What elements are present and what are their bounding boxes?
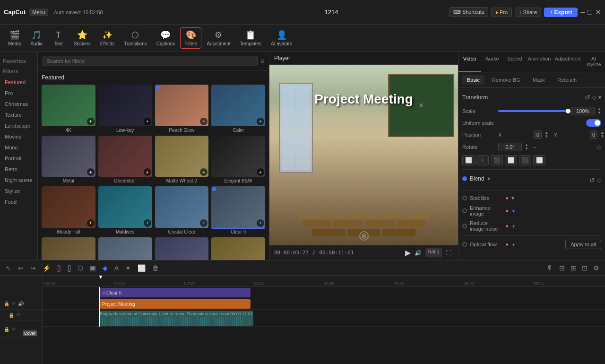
tab-speed[interactable]: Speed <box>503 52 526 72</box>
export-button[interactable]: ↑ Export <box>544 8 578 17</box>
filter-item-maldives[interactable]: +Maldives <box>98 186 152 234</box>
tl-trim-right-button[interactable]: |] <box>66 263 73 273</box>
align-bottom-button[interactable]: ⬜ <box>533 155 545 165</box>
filter-add-december[interactable]: + <box>144 168 151 176</box>
filter-add-calm[interactable]: + <box>257 118 264 125</box>
filter-track-audio[interactable]: 🔊 <box>18 301 24 306</box>
tl-transform-button[interactable]: ⬜ <box>136 263 147 273</box>
transform-reset-button[interactable]: ↺ <box>585 94 590 101</box>
tl-delete-button[interactable]: 🗑 <box>150 263 161 273</box>
tab-audio[interactable]: Audio <box>481 52 504 72</box>
text-track-eye[interactable]: 👁 <box>16 312 21 318</box>
share-button[interactable]: ↑ Share <box>515 8 541 17</box>
video-track-eye[interactable]: 👁 <box>11 327 16 332</box>
text-track-lock[interactable]: 🔒 <box>9 312 14 318</box>
video-clip[interactable]: Empty classroom at University. Lecture r… <box>99 311 253 326</box>
filter-add-elegant[interactable]: + <box>257 168 264 176</box>
filter-clip[interactable]: ☆ Clear II <box>99 288 251 297</box>
tl-fit-button[interactable]: ⊡ <box>580 263 589 273</box>
sidebar-item-mono[interactable]: Mono <box>2 142 35 153</box>
pro-button[interactable]: ♦ Pro <box>491 8 512 17</box>
filter-add-moody[interactable]: + <box>87 219 95 227</box>
stabilize-checkbox[interactable] <box>462 196 467 200</box>
sub-tab-basic[interactable]: Basic <box>462 75 484 85</box>
sidebar-item-texture[interactable]: Texture <box>2 110 35 120</box>
sidebar-item-retro[interactable]: Retro <box>2 164 35 174</box>
stabilize-expand-button[interactable]: ▾ <box>511 195 514 201</box>
filter-item-elegant[interactable]: +Elegant B&W <box>211 136 265 184</box>
sidebar-item-portrait[interactable]: Portrait <box>2 153 35 164</box>
tab-video[interactable]: Video <box>458 52 481 72</box>
enhance-checkbox[interactable] <box>462 208 467 213</box>
toolbar-item-captions[interactable]: 💬Captions <box>152 27 179 49</box>
filter-add-matte_wheat[interactable]: + <box>200 168 207 176</box>
filter-item-metal[interactable]: +Metal <box>42 136 95 184</box>
filter-item-december[interactable]: +December <box>98 136 152 184</box>
tl-zoom-out-button[interactable]: ⊟ <box>557 263 567 273</box>
filter-item-crystal[interactable]: +Crystal Clear <box>155 186 209 234</box>
tl-undo-button[interactable]: ↩ <box>16 263 26 273</box>
sidebar-item-food[interactable]: Food <box>2 197 35 207</box>
toolbar-item-transitions[interactable]: ⬡Transitions <box>120 27 151 49</box>
align-center-v-button[interactable]: ⬛ <box>519 155 531 165</box>
tl-zoom-in-button[interactable]: ⊞ <box>569 263 578 273</box>
filter-item-blur[interactable]: +Blur <box>155 237 209 260</box>
tab-animation[interactable]: Animation <box>526 52 553 72</box>
video-track-more[interactable]: ⋯ <box>18 327 23 332</box>
filter-item-moody[interactable]: +Moody Fall <box>42 186 95 234</box>
toolbar-item-stickers[interactable]: ⭐Stickers <box>69 27 95 49</box>
filter-add-maldives[interactable]: + <box>144 219 151 227</box>
rotate-input[interactable]: 0.0° <box>498 143 522 151</box>
video-track-lock[interactable]: 🔒 <box>4 327 9 332</box>
scale-slider[interactable] <box>498 110 568 112</box>
optical-flow-checkbox[interactable] <box>462 242 467 247</box>
sidebar-item-landscape[interactable]: Landscape <box>2 121 35 131</box>
rotate-keyframe-button[interactable]: ◇ <box>597 144 601 150</box>
tl-keyframe-button[interactable]: ◆ <box>101 263 110 273</box>
text-clip[interactable]: Project Meeting <box>99 299 251 309</box>
sidebar-item-pro[interactable]: Pro <box>2 88 35 98</box>
sub-tab-remove-bg[interactable]: Remove BG <box>487 75 525 85</box>
tl-effect-button[interactable]: ✦ <box>123 263 133 273</box>
tl-redo-button[interactable]: ↪ <box>28 263 38 273</box>
filter-item-crisp[interactable]: +Crisp Air <box>98 237 152 260</box>
filter-add-lowkey[interactable]: + <box>144 118 151 125</box>
sidebar-item-night_scene[interactable]: Night scene <box>2 175 35 185</box>
reduce-noise-checkbox[interactable] <box>462 224 467 228</box>
filter-item-clear2[interactable]: +Clear II <box>211 186 265 234</box>
toolbar-item-media[interactable]: 🎬Media <box>4 27 25 49</box>
align-center-h-button[interactable]: + <box>476 155 489 165</box>
y-input[interactable]: 0 <box>590 130 597 139</box>
tl-crop-button[interactable]: ⬡ <box>76 263 85 273</box>
tl-group-button[interactable]: ▣ <box>88 263 98 273</box>
toolbar-item-templates[interactable]: 📋Templates <box>235 27 266 49</box>
tl-settings-button[interactable]: ⚙ <box>591 263 601 273</box>
tl-trim-left-button[interactable]: [| <box>55 263 63 273</box>
tl-text-button[interactable]: A <box>112 263 121 273</box>
sub-tab-mask[interactable]: Mask <box>528 75 550 85</box>
filter-item-lowkey[interactable]: +Low-key <box>98 85 152 133</box>
fullscreen-button[interactable]: ⛶ <box>444 248 453 257</box>
play-button[interactable]: ▶ <box>405 248 411 257</box>
scale-value[interactable]: 100% <box>571 107 595 115</box>
toolbar-item-audio[interactable]: 🎵Audio <box>26 27 47 49</box>
filter-add-clear2[interactable]: + <box>257 219 264 227</box>
filter-add-crystal[interactable]: + <box>200 219 207 227</box>
sidebar-item-movies[interactable]: Movies <box>2 131 35 142</box>
filter-add-peach_glow[interactable]: + <box>200 118 207 125</box>
toolbar-item-filters[interactable]: 🎨Filters <box>180 27 201 49</box>
blend-expand-button[interactable]: ▾ <box>487 175 490 182</box>
filter-add-4k[interactable]: + <box>87 118 95 125</box>
filter-item-4k[interactable]: +4K <box>42 85 95 133</box>
rotate-down-button[interactable]: ▼ <box>525 147 528 151</box>
filter-track-eye[interactable]: 👁 <box>11 301 16 306</box>
toolbar-item-adjustment[interactable]: ⚙Adjustment <box>202 27 234 49</box>
filter-track-icon[interactable]: 🔒 <box>4 301 9 306</box>
maximize-button[interactable]: □ <box>588 8 592 17</box>
filter-item-calm[interactable]: +Calm <box>211 85 265 133</box>
sidebar-item-featured[interactable]: Featured <box>2 77 35 87</box>
tl-mic-button[interactable]: 🎙 <box>545 263 555 273</box>
filter-item-enhance[interactable]: +Enhance <box>42 237 95 260</box>
x-down-button[interactable]: ▼ <box>544 135 548 139</box>
align-top-button[interactable]: ⬜ <box>505 155 517 165</box>
